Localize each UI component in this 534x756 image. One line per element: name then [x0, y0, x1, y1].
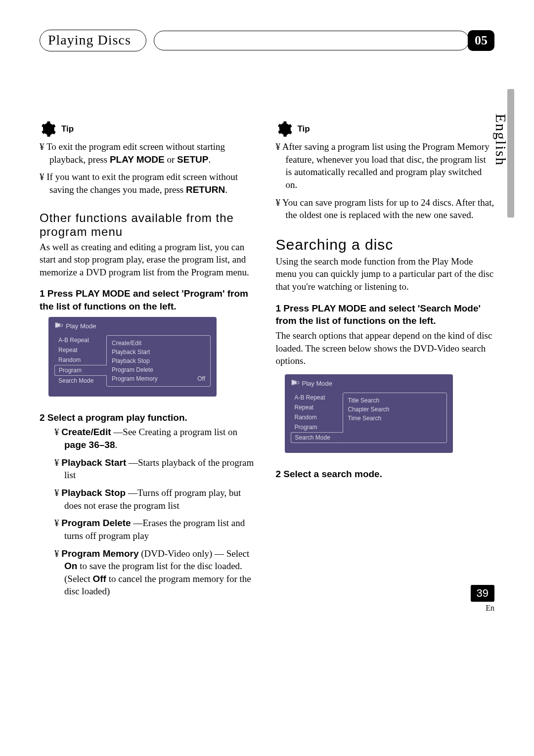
function-item: Program Delete —Erases the program list …	[54, 517, 259, 542]
chapter-number-badge: 05	[468, 30, 494, 51]
osd-menu-item: Random	[291, 412, 343, 422]
function-item: Playback Stop —Turns off program play, b…	[54, 487, 259, 512]
body-text: As well as creating and editing a progra…	[40, 241, 259, 279]
function-item: Create/Edit —See Creating a program list…	[54, 426, 259, 451]
svg-point-1	[296, 381, 299, 384]
osd-option: Title Search	[348, 396, 442, 405]
osd-option: Create/Edit	[112, 339, 205, 348]
osd-play-mode-program: Play Mode A-B Repeat Repeat Random Progr…	[48, 317, 217, 397]
tip-item: If you want to exit the program edit scr…	[40, 171, 259, 196]
pointer-icon	[54, 322, 63, 330]
osd-option: Program Delete	[112, 365, 205, 374]
osd-title-text: Play Mode	[66, 322, 96, 330]
page-header: Playing Discs 05	[40, 30, 494, 51]
osd-menu-item: Search Mode	[54, 376, 106, 386]
svg-point-0	[60, 324, 63, 326]
tip-label: Tip	[61, 124, 74, 134]
header-spacer-pill	[154, 31, 469, 50]
function-item: Playback Start —Starts playback of the p…	[54, 456, 259, 482]
osd-menu-item: A-B Repeat	[54, 335, 106, 345]
tip-item: You can save program lists for up to 24 …	[276, 196, 495, 222]
page-footer: 39 En	[471, 585, 494, 613]
osd-left-list: A-B Repeat Repeat Random Program Search …	[54, 335, 106, 387]
osd-title: Play Mode	[54, 322, 211, 330]
osd-menu-item: Repeat	[291, 402, 343, 412]
step-heading: 1 Press PLAY MODE and select 'Program' f…	[40, 287, 259, 312]
osd-menu-item: Program	[291, 422, 343, 432]
osd-menu-item: A-B Repeat	[291, 393, 343, 402]
osd-menu-item: Repeat	[54, 345, 106, 355]
osd-menu-item: Random	[54, 355, 106, 365]
pointer-icon	[291, 379, 300, 388]
osd-right-panel: Title Search Chapter Search Time Search	[343, 393, 447, 443]
step-heading: 2 Select a search mode.	[276, 468, 495, 481]
body-text: Using the search mode function from the …	[276, 255, 495, 293]
section-title-pill: Playing Discs	[40, 30, 146, 51]
tip-item: After saving a program list using the Pr…	[276, 140, 495, 191]
function-list: Create/Edit —See Creating a program list…	[40, 426, 259, 598]
osd-menu-item-selected: Program	[54, 365, 107, 376]
section-heading: Searching a disc	[276, 236, 495, 253]
osd-option: Time Search	[348, 414, 442, 423]
osd-menu-item-selected: Search Mode	[291, 432, 343, 443]
osd-option: Program MemoryOff	[112, 374, 205, 383]
gear-icon	[276, 121, 293, 137]
page-language-code: En	[471, 604, 494, 613]
gear-icon	[40, 121, 56, 137]
step-heading: 1 Press PLAY MODE and select 'Search Mod…	[276, 302, 495, 327]
subsection-heading: Other functions available from the progr…	[40, 211, 259, 239]
tip-list: After saving a program list using the Pr…	[276, 140, 495, 222]
tip-header: Tip	[40, 121, 259, 137]
osd-left-list: A-B Repeat Repeat Random Program Search …	[291, 393, 343, 443]
step-heading: 2 Select a program play function.	[40, 411, 259, 424]
language-label: English	[492, 114, 509, 166]
left-column: Tip To exit the program edit screen with…	[40, 121, 259, 603]
tip-label: Tip	[298, 124, 310, 134]
page-number: 39	[471, 585, 494, 602]
tip-header: Tip	[276, 121, 495, 137]
osd-title: Play Mode	[291, 379, 447, 388]
osd-title-text: Play Mode	[302, 380, 332, 387]
osd-right-panel: Create/Edit Playback Start Playback Stop…	[106, 335, 211, 387]
osd-option: Playback Start	[112, 348, 205, 356]
tip-item: To exit the program edit screen without …	[40, 140, 259, 166]
osd-option: Chapter Search	[348, 405, 442, 414]
right-column: Tip After saving a program list using th…	[276, 121, 495, 603]
body-text: The search options that appear depend on…	[276, 329, 495, 367]
osd-play-mode-search: Play Mode A-B Repeat Repeat Random Progr…	[285, 374, 453, 453]
tip-list: To exit the program edit screen without …	[40, 140, 259, 196]
osd-option: Playback Stop	[112, 356, 205, 365]
function-item: Program Memory (DVD-Video only) — Select…	[54, 547, 259, 598]
